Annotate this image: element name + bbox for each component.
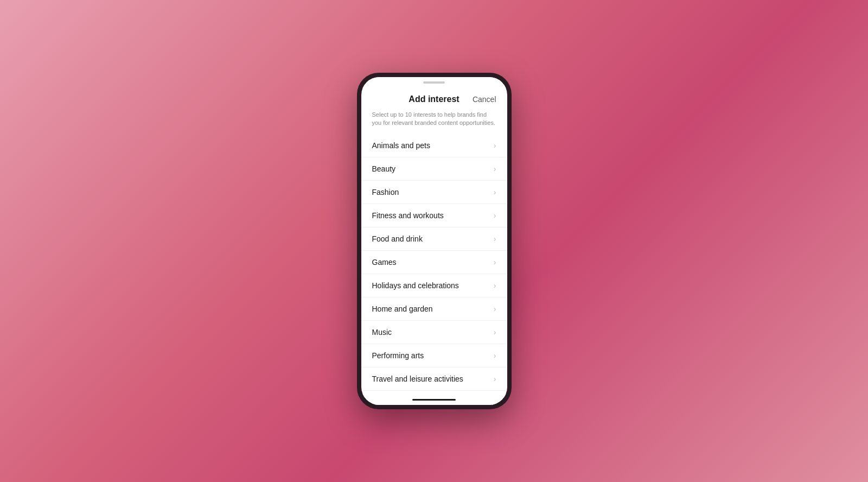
list-item-travel-and-leisure[interactable]: Travel and leisure activities› [361, 367, 507, 391]
chevron-right-icon: › [494, 281, 496, 290]
status-bar [361, 77, 507, 88]
phone-frame: Add interest Cancel Select up to 10 inte… [357, 73, 512, 409]
chevron-right-icon: › [494, 305, 496, 313]
item-label-beauty: Beauty [372, 164, 396, 173]
item-label-holidays-and-celebrations: Holidays and celebrations [372, 281, 459, 290]
item-label-fitness-and-workouts: Fitness and workouts [372, 211, 444, 220]
modal-description: Select up to 10 interests to help brands… [361, 109, 507, 134]
list-item-home-and-garden[interactable]: Home and garden› [361, 297, 507, 321]
interests-list: Animals and pets›Beauty›Fashion›Fitness … [361, 134, 507, 394]
chevron-right-icon: › [494, 164, 496, 173]
item-label-food-and-drink: Food and drink [372, 234, 423, 243]
item-label-fashion: Fashion [372, 188, 399, 196]
list-item-animals-and-pets[interactable]: Animals and pets› [361, 134, 507, 157]
list-item-holidays-and-celebrations[interactable]: Holidays and celebrations› [361, 274, 507, 297]
chevron-right-icon: › [494, 211, 496, 220]
item-label-home-and-garden: Home and garden [372, 305, 433, 313]
chevron-right-icon: › [494, 258, 496, 267]
item-label-animals-and-pets: Animals and pets [372, 141, 430, 150]
list-item-music[interactable]: Music› [361, 321, 507, 344]
chevron-right-icon: › [494, 351, 496, 360]
list-item-fashion[interactable]: Fashion› [361, 181, 507, 204]
status-bar-notch [423, 81, 445, 84]
list-item-games[interactable]: Games› [361, 251, 507, 274]
chevron-right-icon: › [494, 141, 496, 150]
list-item-fitness-and-workouts[interactable]: Fitness and workouts› [361, 204, 507, 227]
item-label-games: Games [372, 258, 397, 267]
chevron-right-icon: › [494, 375, 496, 383]
item-label-music: Music [372, 328, 392, 337]
item-label-travel-and-leisure: Travel and leisure activities [372, 375, 463, 383]
phone-screen: Add interest Cancel Select up to 10 inte… [361, 77, 507, 405]
chevron-right-icon: › [494, 234, 496, 243]
chevron-right-icon: › [494, 188, 496, 196]
list-item-beauty[interactable]: Beauty› [361, 157, 507, 181]
modal-title: Add interest [409, 94, 459, 104]
home-indicator [361, 394, 507, 405]
cancel-button[interactable]: Cancel [473, 95, 496, 104]
modal-header: Add interest Cancel [361, 88, 507, 109]
chevron-right-icon: › [494, 328, 496, 337]
item-label-performing-arts: Performing arts [372, 351, 424, 360]
list-item-performing-arts[interactable]: Performing arts› [361, 344, 507, 367]
list-item-food-and-drink[interactable]: Food and drink› [361, 227, 507, 251]
home-bar [412, 399, 456, 401]
